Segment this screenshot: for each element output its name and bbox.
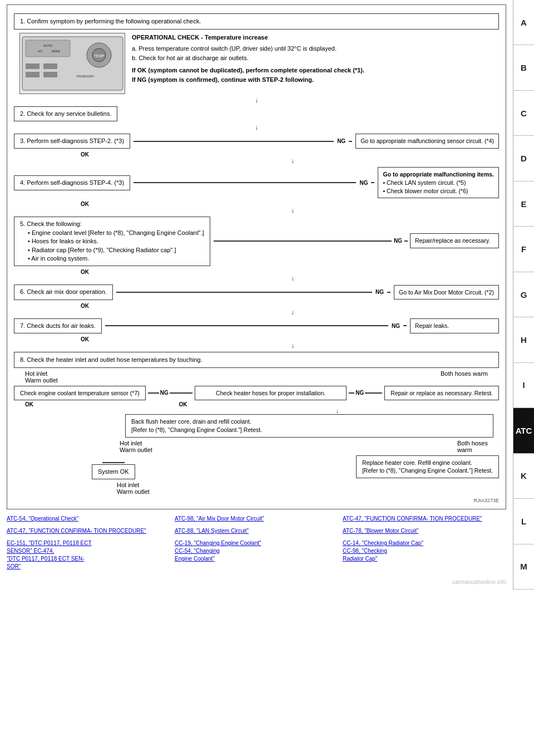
step1-label: 1. Confirm symptom by performing the fol… <box>20 18 201 24</box>
warm-outlet-1: Warm outlet <box>25 377 103 384</box>
step5-label: 5. Check the following: <box>20 220 204 228</box>
link-3-2[interactable]: ATC-78, "Blower Motor Circuit" <box>343 527 506 535</box>
step8-right-both: Both hoses warm <box>441 370 499 377</box>
connector-3 <box>134 141 334 142</box>
link-1-1[interactable]: ATC-54, "Operational Check" <box>7 515 170 523</box>
side-nav: A B C D E F G H I ATC K L M <box>513 0 534 590</box>
system-ok-box: System OK <box>92 464 135 479</box>
step3-box: 3. Perform self-diagnosis STEP-2. (*3) <box>14 134 130 149</box>
both-hoses-warm: Both hoses warm <box>457 440 488 453</box>
nav-f[interactable]: F <box>513 227 534 272</box>
step6-section: 6. Check air mix door operation. NG Go t… <box>14 284 499 300</box>
step8-left-labels2: Hot inlet Warm outlet <box>108 440 220 453</box>
step5-box: 5. Check the following: • Engine coolant… <box>14 217 210 266</box>
ng4-item2: • Check blower motor circuit. (*6) <box>383 187 494 195</box>
control-panel-svg: AUTO A/C MODE TEMP PASSENGER <box>21 36 124 91</box>
arrow-2-3: ↓ <box>14 124 499 131</box>
check-hoses-box: Check heater hoses for proper installati… <box>195 386 347 401</box>
step8-right-both2: Both hoses warm <box>457 440 499 453</box>
nav-k[interactable]: K <box>513 454 534 499</box>
links-col3: ATC-47, "FUNCTION CONFIRMA- TION PROCEDU… <box>343 515 506 571</box>
link-1-2[interactable]: ATC-47, "FUNCTION CONFIRMA- TION PROCEDU… <box>7 527 170 535</box>
ok-row-8: OK OK <box>14 401 499 408</box>
diagram-code: RJIA3273E <box>14 498 499 503</box>
ok-4: OK <box>81 201 499 207</box>
nav-d[interactable]: D <box>513 136 534 181</box>
ng-3: NG <box>337 138 345 144</box>
repair-replace-box: Repair or replace as necessary. Retest. <box>384 386 499 401</box>
arrow-1-2: ↓ <box>14 97 499 104</box>
ok-3: OK <box>81 151 499 158</box>
hot-inlet-3: Hot inlet <box>117 482 499 488</box>
svg-rect-11 <box>43 72 57 77</box>
ng4-item1: • Check LAN system circuit. (*5) <box>383 179 494 187</box>
nav-e[interactable]: E <box>513 181 534 227</box>
ng-8a: NG <box>160 390 169 396</box>
step8-left-labels: Hot inlet Warm outlet <box>14 370 103 384</box>
nav-b[interactable]: B <box>513 45 534 90</box>
ng-7: NG <box>392 323 400 329</box>
nav-c[interactable]: C <box>513 91 534 136</box>
nav-atc[interactable]: ATC <box>513 408 534 453</box>
svg-rect-1 <box>26 40 70 57</box>
svg-text:TEMP: TEMP <box>93 54 105 58</box>
ng-8b: NG <box>355 390 364 396</box>
ng-box-5: Repair/replace as necessary. <box>410 233 499 248</box>
step5-item4: • Air in cooling system. <box>28 254 204 263</box>
ok-7: OK <box>81 336 499 342</box>
ng-5: NG <box>394 238 402 244</box>
nav-g[interactable]: G <box>513 272 534 317</box>
sensor-check-box: Check engine coolant temperature sensor … <box>14 386 146 401</box>
control-panel-image: AUTO A/C MODE TEMP PASSENGER <box>19 33 125 94</box>
svg-text:PASSENGER: PASSENGER <box>77 75 94 78</box>
nav-h[interactable]: H <box>513 317 534 362</box>
connector-4 <box>134 182 356 183</box>
nav-a[interactable]: A <box>513 0 534 45</box>
link-3-3[interactable]: CC-14, "Checking Radiator Cap" CC-98, "C… <box>343 539 506 563</box>
link-3-1[interactable]: ATC-47, "FUNCTION CONFIRMA- TION PROCEDU… <box>343 515 506 523</box>
link-2-3[interactable]: CC-19, "Changing Engine Coolant" CC-54, … <box>175 539 338 563</box>
svg-rect-8 <box>26 63 39 69</box>
svg-text:MODE: MODE <box>52 50 61 53</box>
arrow-5-6: ↓ <box>86 275 499 282</box>
watermark: carmanualsonline.info <box>7 579 506 585</box>
op-check-note1: If OK (symptom cannot be duplicated), pe… <box>132 66 493 75</box>
ng-box-6: Go to Air Mix Door Motor Circuit. (*2) <box>394 285 499 300</box>
arrow-7-8: ↓ <box>86 342 499 349</box>
link-1-3[interactable]: EC-151, "DTC P0117, P0118 ECT SENSOR" EC… <box>7 539 170 571</box>
diagram-container: 1. Confirm symptom by performing the fol… <box>7 4 506 509</box>
step1-box: 1. Confirm symptom by performing the fol… <box>14 13 499 30</box>
ng-4: NG <box>359 180 368 186</box>
op-check-text: OPERATIONAL CHECK - Temperature increase… <box>132 33 493 94</box>
step5-item3: • Radiator cap [Refer to (*9), "Checking… <box>28 246 204 254</box>
ng-box-3: Go to appropriate malfunctioning sensor … <box>355 134 499 149</box>
ok-5: OK <box>81 269 499 275</box>
sensor-check-label: Check engine coolant temperature sensor … <box>20 389 140 397</box>
ng-box-7: Repair leaks. <box>410 318 499 333</box>
step8-complex: Check engine coolant temperature sensor … <box>14 386 499 401</box>
arrow-3-4: ↓ <box>86 158 499 164</box>
content-area: 1. Confirm symptom by performing the fol… <box>0 0 513 590</box>
replace-core-box: Replace heater core. Refill engine coola… <box>356 455 499 478</box>
nav-i[interactable]: I <box>513 363 534 408</box>
arrow-4-5: ↓ <box>86 207 499 214</box>
step2-section: 2. Check for any service bulletins. <box>14 106 499 121</box>
step4-box: 4. Perform self-diagnosis STEP-4. (*3) <box>14 175 130 190</box>
step4-section: 4. Perform self-diagnosis STEP-4. (*3) N… <box>14 167 499 198</box>
ok-6: OK <box>81 303 499 309</box>
links-col1: ATC-54, "Operational Check" ATC-47, "FUN… <box>7 515 170 571</box>
step8-section: 8. Check the heater inlet and outlet hos… <box>14 352 499 495</box>
step8-box: 8. Check the heater inlet and outlet hos… <box>14 352 499 368</box>
nav-l[interactable]: L <box>513 499 534 544</box>
link-2-1[interactable]: ATC-98, "Air Mix Door Motor Circuit" <box>175 515 338 523</box>
warm-outlet-3: Warm outlet <box>117 488 499 495</box>
step1-section: 1. Confirm symptom by performing the fol… <box>14 13 499 94</box>
back-flush-box: Back flush heater core, drain and refill… <box>125 414 493 437</box>
step5-item2: • Hoses for leaks or kinks. <box>28 237 204 246</box>
link-2-2[interactable]: ATC-88, "LAN System Circuit" <box>175 527 338 535</box>
nav-m[interactable]: M <box>513 544 534 590</box>
step7-box: 7. Check ducts for air leaks. <box>14 318 102 333</box>
step8-hot-warm3: Hot inlet Warm outlet <box>117 482 499 495</box>
bottom-links: ATC-54, "Operational Check" ATC-47, "FUN… <box>7 515 506 571</box>
step3-section: 3. Perform self-diagnosis STEP-2. (*3) N… <box>14 134 499 149</box>
